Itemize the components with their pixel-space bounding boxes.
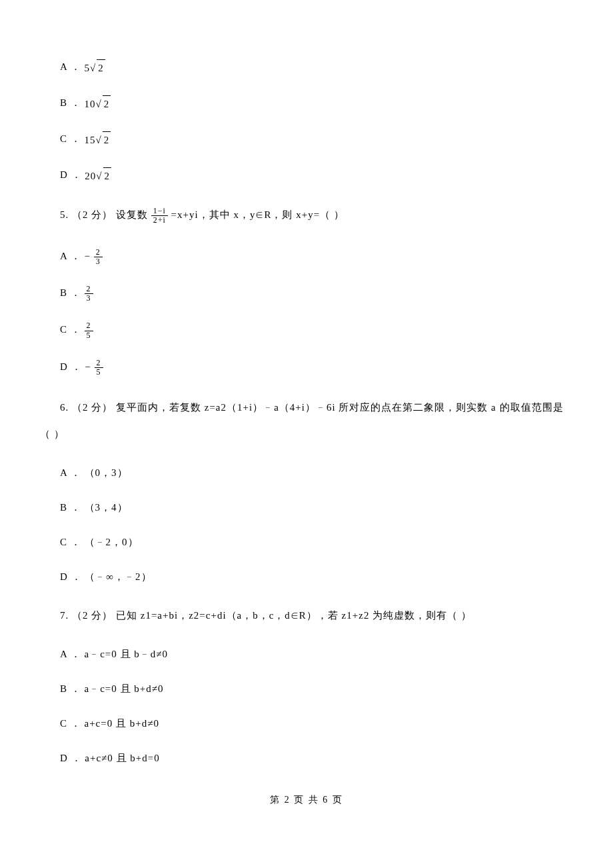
option-label: A ． (60, 61, 81, 72)
q6-option-b: B ． （3，4） (60, 499, 573, 515)
q5-option-c: C ． 2 5 (60, 321, 573, 339)
option-label: C ． (60, 325, 81, 335)
option-label: D ． (60, 169, 82, 180)
option-label: C ． (60, 133, 81, 144)
sign: − (85, 361, 91, 372)
q5-option-d: D ． − 2 5 (60, 359, 573, 377)
q4-option-c: C ． 15√2 (60, 131, 573, 148)
fraction: 2 5 (85, 321, 93, 339)
fraction: 2 5 (95, 359, 103, 377)
option-label: B ． (60, 287, 81, 298)
sqrt-expr: 15√2 (85, 131, 111, 148)
q4-option-b: B ． 10√2 (60, 95, 573, 112)
q6-option-a: A ． （0，3） (60, 465, 573, 481)
q7-option-b: B ． a﹣c=0 且 b+d≠0 (60, 681, 573, 697)
q7-option-d: D ． a+c≠0 且 b+d=0 (60, 750, 573, 766)
q5-stem: 5. （2 分） 设复数 1−i 2+i =x+yi，其中 x，y∈R，则 x+… (60, 207, 573, 225)
page-content: A ． 5√2 B ． 10√2 C ． 15√2 D ． 20√2 5. （2… (0, 0, 613, 828)
option-label: D ． (60, 361, 82, 372)
stem-post: =x+yi，其中 x，y∈R，则 x+y=（ ） (171, 209, 344, 220)
page-footer: 第 2 页 共 6 页 (40, 793, 573, 807)
q5-option-a: A ． − 2 3 (60, 248, 573, 266)
sqrt-expr: 10√2 (85, 95, 111, 112)
option-label: B ． (60, 97, 81, 108)
q6-option-d: D ． （﹣∞，﹣2） (60, 569, 573, 585)
q4-option-a: A ． 5√2 (60, 59, 573, 76)
option-label: A ． (60, 251, 81, 261)
sqrt-expr: 5√2 (85, 59, 105, 76)
sqrt-expr: 20√2 (85, 167, 111, 184)
q5-option-b: B ． 2 3 (60, 285, 573, 303)
fraction: 2 3 (85, 285, 93, 303)
stem-pre: 5. （2 分） 设复数 (60, 209, 151, 220)
q7-stem: 7. （2 分） 已知 z1=a+bi，z2=c+di（a，b，c，d∈R），若… (60, 607, 573, 623)
sign: − (85, 251, 91, 261)
q7-option-c: C ． a+c=0 且 b+d≠0 (60, 715, 573, 731)
q6-stem-line2: （ ） (40, 426, 573, 442)
q7-option-a: A ． a﹣c=0 且 b﹣d≠0 (60, 646, 573, 662)
q4-option-d: D ． 20√2 (60, 167, 573, 184)
q6-stem-line1: 6. （2 分） 复平面内，若复数 z=a2（1+i）﹣a（4+i）﹣6i 所对… (60, 399, 573, 415)
fraction: 1−i 2+i (151, 207, 168, 225)
q6-option-c: C ． （﹣2，0） (60, 534, 573, 550)
fraction: 2 3 (94, 248, 103, 266)
